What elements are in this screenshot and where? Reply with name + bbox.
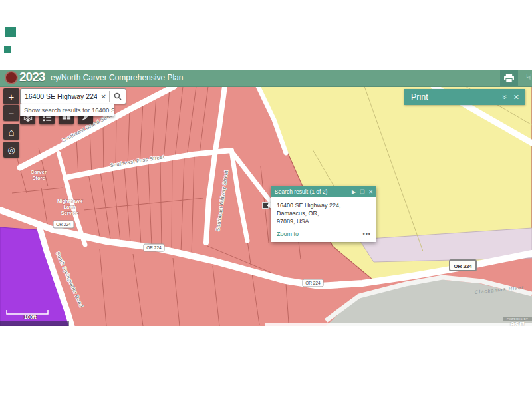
collapse-panel-button[interactable]: » <box>503 92 507 102</box>
popup-more-button[interactable]: ••• <box>363 231 371 237</box>
label-carver-store-2: Store <box>32 175 45 181</box>
popup-header: Search result (1 of 2) ▶ ❐ ✕ <box>271 186 376 197</box>
app-header: 2023 ey/North Carver Comprehensive Plan … <box>0 70 532 87</box>
zoom-out-button[interactable]: − <box>3 105 19 121</box>
home-icon: ⌂ <box>8 126 14 138</box>
home-button[interactable]: ⌂ <box>3 124 19 140</box>
scale-label: 100ft <box>24 314 37 320</box>
label-nighthawk-2: Lawn <box>63 204 76 210</box>
clear-search-icon[interactable]: ✕ <box>98 93 109 100</box>
or224-badge-3: OR 224 <box>303 279 323 287</box>
print-panel: Print » ✕ <box>404 89 525 105</box>
zoom-in-button[interactable]: + <box>3 88 19 104</box>
print-header-button[interactable] <box>500 70 518 86</box>
maximize-popup-button[interactable]: ❐ <box>360 189 364 195</box>
esri-wordmark: esri <box>503 321 532 326</box>
locate-icon: ◎ <box>7 145 15 155</box>
svg-text:OR 224: OR 224 <box>454 263 472 269</box>
popup-body: 16400 SE Highway 224, Damascus, OR, 9708… <box>271 197 376 229</box>
close-popup-button[interactable]: ✕ <box>368 189 373 195</box>
minus-icon: − <box>9 108 15 119</box>
or224-badge-1: OR 224 <box>53 221 74 228</box>
logo-year: 2023 <box>19 70 45 84</box>
print-panel-title: Print <box>411 92 503 102</box>
map-app-window: Southeast Grand Street Southeast Foss St… <box>0 70 532 326</box>
popup-title: Search result (1 of 2) <box>275 188 348 195</box>
double-chevron-icon: » <box>500 95 509 100</box>
locate-button[interactable]: ◎ <box>3 142 19 158</box>
popup-footer: Zoom to ••• <box>271 229 376 242</box>
svg-text:OR 224: OR 224 <box>305 281 321 285</box>
printer-icon <box>504 74 514 83</box>
result-address-line2: 97089, USA <box>277 217 371 225</box>
search-box: ✕ <box>20 88 126 104</box>
label-nighthawk-1: Nighthawk <box>57 198 83 204</box>
search-input[interactable] <box>21 92 98 100</box>
or224-shield-large: OR 224 <box>450 260 476 271</box>
next-result-button[interactable]: ▶ <box>352 189 356 195</box>
artifact-square-large <box>5 27 16 37</box>
attribution-strip <box>265 323 532 326</box>
artifact-square-small <box>4 46 11 53</box>
app-title: ey/North Carver Comprehensive Plan <box>51 73 183 82</box>
close-panel-button[interactable]: ✕ <box>513 93 519 102</box>
label-carver-store-1: Carver <box>31 169 47 175</box>
search-icon <box>114 92 122 100</box>
coordinate-display <box>0 321 69 326</box>
search-button[interactable] <box>110 92 126 100</box>
page: { "header": { "logo_year": "2023", "titl… <box>0 0 532 399</box>
search-suggestion[interactable]: Show search results for 16400 SE Hig... <box>20 104 114 116</box>
svg-text:OR 224: OR 224 <box>146 245 162 250</box>
partial-icon[interactable]: ☟ <box>526 72 532 85</box>
label-nighthawk-3: Service <box>61 210 79 216</box>
plus-icon: + <box>9 91 15 102</box>
search-result-popup: Search result (1 of 2) ▶ ❐ ✕ 16400 SE Hi… <box>271 186 376 242</box>
result-address-line1: 16400 SE Highway 224, Damascus, OR, <box>277 201 371 217</box>
city-logo <box>5 71 18 84</box>
zoom-to-link[interactable]: Zoom to <box>277 231 363 237</box>
svg-text:OR 224: OR 224 <box>56 222 71 227</box>
esri-logo: POWERED BY esri <box>503 317 532 326</box>
or224-badge-2: OR 224 <box>144 244 164 251</box>
